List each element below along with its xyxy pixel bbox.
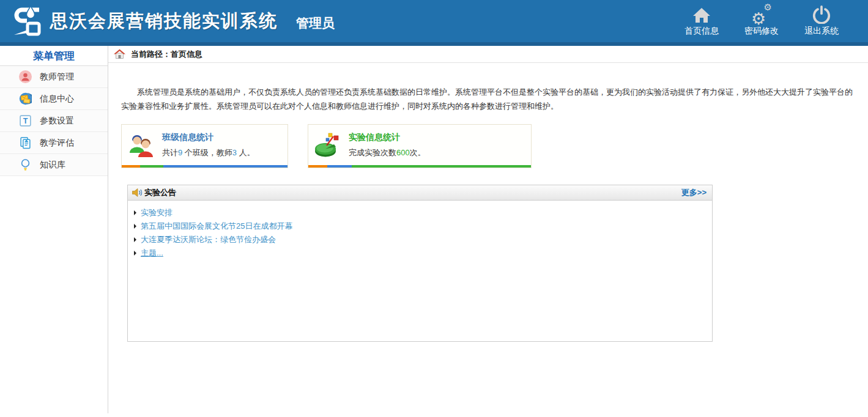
power-icon <box>812 6 831 24</box>
announcement-item: 实验安排 <box>134 206 706 220</box>
info-center-icon <box>19 92 32 105</box>
sidebar-item-info-center[interactable]: 信息中心 <box>0 88 108 110</box>
content: 系统管理员是系统的基础用户，不仅负责系统人员的管理还负责系统基础数据的日常维护。… <box>108 63 868 342</box>
evaluation-icon <box>19 136 32 149</box>
bullet-triangle-icon <box>134 237 136 242</box>
gears-icon: ⚙⚙ <box>751 6 772 24</box>
sidebar-item-teacher-management[interactable]: 教师管理 <box>0 66 108 88</box>
class-stats-card: 班级信息统计 共计9 个班级，教师3 人。 <box>121 124 288 168</box>
sidebar: 菜单管理 教师管理 信息中心 T 参数设置 <box>0 46 108 413</box>
user-role: 管理员 <box>296 15 335 32</box>
nav-password[interactable]: ⚙⚙ 密码修改 <box>744 6 779 37</box>
parameter-icon: T <box>19 114 32 127</box>
nav-home[interactable]: 首页信息 <box>684 6 719 37</box>
announcement-item: 主题... <box>134 246 706 260</box>
sidebar-item-parameter-settings[interactable]: T 参数设置 <box>0 110 108 132</box>
people-icon <box>127 132 156 158</box>
nav-logout[interactable]: 退出系统 <box>804 6 839 37</box>
class-stats-text: 共计9 个班级，教师3 人。 <box>162 147 255 158</box>
experiment-stats-text: 完成实验次数600次。 <box>349 147 426 158</box>
speaker-icon <box>132 188 143 197</box>
announcement-panel: 实验公告 更多>> 实验安排 第五届中国国际会展文化节25日在成都开幕 大连夏季… <box>127 185 713 342</box>
stat-cards: 班级信息统计 共计9 个班级，教师3 人。 <box>121 124 858 168</box>
announcement-item: 大连夏季达沃斯论坛：绿色节俭办盛会 <box>134 233 706 246</box>
svg-text:T: T <box>23 117 28 125</box>
sidebar-item-label: 教师管理 <box>40 72 74 83</box>
announcement-item: 第五届中国国际会展文化节25日在成都开幕 <box>134 220 706 233</box>
intro-paragraph: 系统管理员是系统的基础用户，不仅负责系统人员的管理还负责系统基础数据的日常维护。… <box>121 85 858 113</box>
main-area: 当前路径：首页信息 系统管理员是系统的基础用户，不仅负责系统人员的管理还负责系统… <box>108 46 868 413</box>
bullet-triangle-icon <box>134 251 136 256</box>
breadcrumb-home-icon <box>114 49 125 59</box>
breadcrumb-label: 当前路径：首页信息 <box>131 49 202 60</box>
sidebar-title: 菜单管理 <box>0 46 108 66</box>
class-stats-title: 班级信息统计 <box>162 132 255 143</box>
app-logo-icon <box>11 4 45 39</box>
nav-logout-label: 退出系统 <box>804 26 839 37</box>
nav-home-label: 首页信息 <box>684 26 719 37</box>
experiment-card-color-bar <box>308 165 531 168</box>
experiment-count: 600 <box>396 148 410 157</box>
pie-chart-icon <box>313 132 343 158</box>
bullet-triangle-icon <box>134 210 136 215</box>
app-header: 思沃会展营销技能实训系统 管理员 首页信息 ⚙⚙ 密码修改 退出 <box>0 0 868 46</box>
announcement-panel-title: 实验公告 <box>144 187 176 198</box>
sidebar-item-teaching-evaluation[interactable]: 教学评估 <box>0 132 108 154</box>
experiment-stats-card: 实验信息统计 完成实验次数600次。 <box>308 124 532 168</box>
sidebar-item-knowledge-base[interactable]: 知识库 <box>0 154 108 176</box>
app-title: 思沃会展营销技能实训系统 <box>50 9 278 34</box>
announcement-link[interactable]: 主题... <box>141 248 163 259</box>
announcement-link[interactable]: 第五届中国国际会展文化节25日在成都开幕 <box>141 221 292 232</box>
sidebar-item-label: 信息中心 <box>40 94 74 105</box>
announcement-link[interactable]: 实验安排 <box>141 207 172 218</box>
header-nav: 首页信息 ⚙⚙ 密码修改 退出系统 <box>684 6 839 37</box>
experiment-stats-title: 实验信息统计 <box>349 132 426 143</box>
sidebar-item-label: 教学评估 <box>40 138 74 149</box>
announcement-list: 实验安排 第五届中国国际会展文化节25日在成都开幕 大连夏季达沃斯论坛：绿色节俭… <box>128 201 712 265</box>
more-link[interactable]: 更多>> <box>681 187 707 198</box>
home-icon <box>692 6 711 24</box>
announcement-link[interactable]: 大连夏季达沃斯论坛：绿色节俭办盛会 <box>141 234 276 245</box>
teacher-icon <box>19 70 32 83</box>
class-card-color-bar <box>122 165 287 168</box>
breadcrumb: 当前路径：首页信息 <box>108 46 868 63</box>
teacher-count: 3 <box>232 148 237 157</box>
sidebar-item-label: 知识库 <box>40 160 65 171</box>
bullet-triangle-icon <box>134 224 136 229</box>
knowledge-icon <box>19 158 32 171</box>
sidebar-item-label: 参数设置 <box>40 116 74 127</box>
announcement-panel-header: 实验公告 更多>> <box>128 185 712 201</box>
